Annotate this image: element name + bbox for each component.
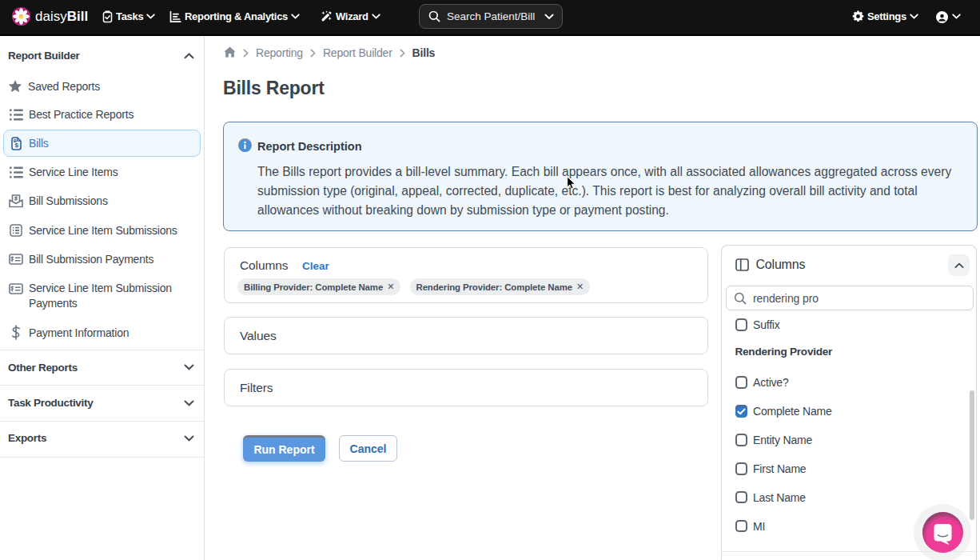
- svg-text:$: $: [14, 142, 18, 149]
